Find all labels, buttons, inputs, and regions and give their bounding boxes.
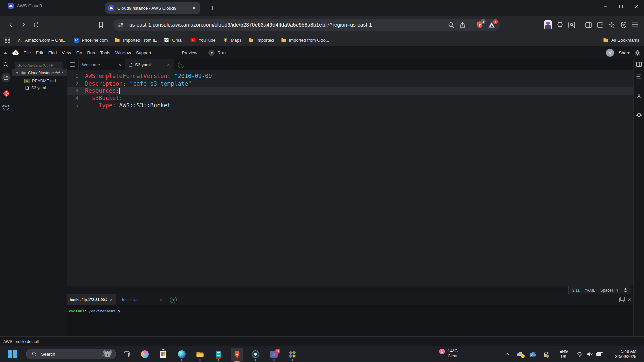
leo-ai-sparkle-icon[interactable] — [608, 21, 615, 29]
menu-view[interactable]: View — [59, 50, 74, 55]
search-icon[interactable] — [3, 62, 9, 68]
menu-support[interactable]: Support — [133, 50, 154, 55]
menu-find[interactable]: Find — [46, 50, 59, 55]
close-icon[interactable] — [160, 298, 162, 301]
tree-settings-gear-icon[interactable] — [56, 70, 63, 75]
terminal-tab-immediate[interactable]: Immediate — [119, 294, 165, 305]
menu-go[interactable]: Go — [74, 50, 85, 55]
file-explorer-icon[interactable] — [196, 350, 204, 358]
cloud-alert-icon[interactable]: ! — [516, 351, 524, 358]
search-in-page-icon[interactable] — [568, 21, 575, 29]
address-bar[interactable]: us-east-1.console.aws.amazon.com/cloud9/… — [113, 19, 500, 31]
wallet-icon[interactable] — [597, 22, 604, 28]
diamond-grid-app-icon[interactable] — [288, 350, 296, 358]
forward-icon[interactable] — [20, 21, 27, 29]
wifi-icon[interactable] — [576, 351, 583, 358]
task-view-icon[interactable] — [122, 350, 130, 358]
tab-list-button[interactable] — [67, 59, 79, 70]
status-gear-icon[interactable] — [623, 288, 628, 292]
tab-close-icon[interactable] — [191, 5, 197, 11]
terminal-output[interactable]: voclabs:~/environment$ — [67, 305, 634, 337]
tray-chevron-up-icon[interactable] — [504, 351, 511, 358]
new-editor-tab-icon[interactable] — [178, 62, 184, 68]
minimize-button[interactable] — [598, 0, 613, 13]
chevron-down-icon[interactable] — [16, 72, 19, 74]
new-tab-button[interactable] — [209, 4, 216, 12]
close-icon[interactable] — [110, 298, 113, 301]
microsoft-store-icon[interactable] — [159, 350, 167, 358]
tree-file-readme[interactable]: M README.md — [12, 77, 67, 84]
app-icon-circular[interactable] — [251, 350, 259, 358]
bookmark-item[interactable]: YouTube — [190, 37, 215, 43]
start-button[interactable] — [8, 350, 17, 358]
bookmark-item[interactable]: Imported from Goo... — [281, 37, 329, 43]
language-indicator[interactable]: ENG US — [558, 349, 570, 359]
teams-icon[interactable]: T 9+ — [270, 350, 278, 358]
menu-window[interactable]: Window — [113, 50, 133, 55]
code-editor[interactable]: 1AWSTemplateFormatVersion: "2010-09-09"2… — [67, 70, 634, 286]
edge-icon[interactable] — [178, 350, 186, 358]
cursor-position[interactable]: 3:11 — [572, 288, 579, 293]
git-icon[interactable] — [2, 90, 9, 97]
settings-gear-icon[interactable] — [635, 50, 640, 56]
extensions-icon[interactable] — [556, 21, 563, 29]
terminal-tab-bash[interactable]: bash - "ip-172-31-90-241. — [67, 294, 116, 305]
brave-icon[interactable] — [231, 348, 243, 361]
close-panel-icon[interactable] — [628, 298, 631, 301]
indent-setting[interactable]: Spaces: 4 — [600, 288, 618, 293]
debugger-icon[interactable] — [636, 112, 642, 118]
close-icon[interactable] — [118, 63, 121, 66]
profile-avatar[interactable] — [544, 20, 552, 29]
notes-app-icon[interactable] — [214, 350, 222, 358]
close-icon[interactable] — [167, 63, 170, 66]
apps-grid-icon[interactable] — [5, 37, 10, 43]
lock-icon[interactable] — [542, 351, 549, 358]
close-window-button[interactable] — [629, 0, 644, 13]
menu-icon[interactable] — [632, 22, 638, 28]
new-terminal-tab-icon[interactable] — [170, 297, 177, 303]
back-icon[interactable] — [7, 21, 15, 29]
tree-file-s3yaml[interactable]: S3.yaml — [12, 84, 67, 91]
bookmark-item[interactable]: Imported From IE — [115, 37, 157, 43]
file-tree-icon[interactable] — [1, 73, 11, 82]
tree-root-folder[interactable]: Cloud9Instance — [12, 69, 67, 76]
bookmark-item[interactable]: PPriceline.com — [73, 37, 108, 43]
menu-run[interactable]: Run — [85, 50, 98, 55]
sidebar-toggle-icon[interactable] — [585, 22, 592, 28]
brave-shields-icon[interactable]: 3 — [476, 21, 483, 29]
menu-tools[interactable]: Tools — [98, 50, 113, 55]
layout-icon[interactable] — [636, 62, 642, 67]
taskbar-clock[interactable]: 5:48 AM 30/09/2025 — [615, 349, 636, 359]
site-settings-icon[interactable] — [118, 22, 124, 28]
aws-toolkit-icon[interactable]: aws — [2, 104, 10, 110]
volume-muted-icon[interactable] — [586, 351, 593, 358]
all-bookmarks-button[interactable]: All Bookmarks — [603, 38, 639, 43]
maximize-button[interactable] — [613, 0, 629, 13]
weather-widget[interactable]: 1 14°C Clear — [435, 348, 458, 359]
vpn-shield-icon[interactable] — [620, 21, 627, 29]
share-button[interactable]: Share — [618, 50, 630, 55]
goto-anything-input[interactable] — [15, 62, 63, 69]
bookmark-item[interactable]: Maps — [223, 37, 242, 43]
collapse-menu-icon[interactable] — [4, 52, 7, 54]
menu-file[interactable]: File — [21, 50, 33, 55]
bookmark-item[interactable]: aAmazon.com – Onli... — [17, 37, 66, 43]
syntax-mode[interactable]: YAML — [585, 288, 595, 293]
tab-welcome[interactable]: Welcome — [79, 59, 125, 70]
run-button[interactable]: Run — [208, 50, 226, 56]
preview-button[interactable]: Preview — [179, 50, 200, 55]
battery-icon[interactable] — [596, 351, 603, 358]
onedrive-icon[interactable] — [529, 351, 537, 358]
bookmark-item[interactable]: Gmail — [164, 37, 183, 43]
share-icon[interactable] — [459, 22, 466, 28]
maximize-panel-icon[interactable] — [619, 298, 624, 302]
collaborate-icon[interactable] — [636, 93, 642, 99]
browser-tab-active[interactable]: Cloud9Instance - AWS Cloud9 — [105, 2, 200, 14]
copilot-icon[interactable] — [141, 350, 149, 358]
bookmark-icon[interactable] — [97, 21, 105, 29]
reload-icon[interactable] — [32, 21, 40, 29]
user-avatar[interactable]: V — [606, 49, 614, 57]
menu-edit[interactable]: Edit — [33, 50, 46, 55]
brave-rewards-icon[interactable]: 1 — [488, 21, 495, 28]
outline-icon[interactable] — [636, 74, 642, 80]
